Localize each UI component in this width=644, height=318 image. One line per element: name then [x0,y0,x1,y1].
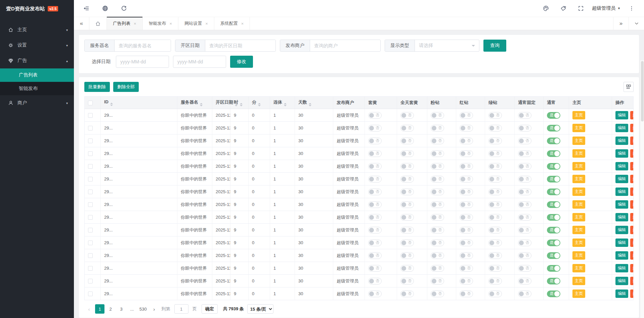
row-checkbox[interactable] [88,190,93,194]
taohuang-toggle[interactable]: 否 [368,189,382,195]
homepage-button[interactable]: 主页 [572,124,585,132]
tab[interactable]: 系统配置 × [214,17,250,30]
tabs-scroll-left-button[interactable]: « [74,17,89,30]
sidebar-item-home[interactable]: 主页 ▾ [0,22,74,38]
sidebar-item-merchant[interactable]: 商户 ▾ [0,95,74,111]
edit-button[interactable]: 编辑 [615,277,628,285]
hongzuan-toggle[interactable]: 否 [460,189,473,195]
column-settings-button[interactable] [624,82,634,92]
fenzuan-toggle[interactable]: 否 [431,252,444,259]
date-end-input[interactable] [173,56,226,68]
delete-button[interactable]: 删除 [630,277,634,285]
page-number[interactable]: 1 [95,304,104,314]
globe-icon[interactable] [99,2,112,15]
column-header[interactable]: 套黄 [365,97,397,109]
fullscreen-icon[interactable] [574,2,587,15]
vertical-scrollbar[interactable] [640,60,644,318]
batch-delete-button[interactable]: 批量删除 [84,82,110,92]
tab[interactable]: 广告列表 × [107,17,143,30]
sidebar-item-smart-publish[interactable]: 智能发布 [0,82,74,95]
delete-button[interactable]: 删除 [630,111,634,119]
tongxiao-guding-toggle[interactable]: 否 [518,240,531,246]
tabs-scroll-right-button[interactable]: » [613,17,629,30]
tongxiao-guding-toggle[interactable]: 否 [518,125,531,131]
row-checkbox[interactable] [88,253,93,258]
lvzuan-toggle[interactable]: 否 [488,138,502,144]
goto-confirm-button[interactable]: 确定 [202,304,218,314]
lvzuan-toggle[interactable]: 否 [488,240,502,246]
quantian-taohuang-toggle[interactable]: 否 [400,240,414,246]
row-checkbox[interactable] [88,292,93,296]
hongzuan-toggle[interactable]: 否 [460,252,473,259]
column-header[interactable]: 开区日期 [212,97,230,109]
row-checkbox[interactable] [88,113,93,118]
delete-button[interactable]: 删除 [630,289,634,298]
row-checkbox[interactable] [88,139,93,143]
homepage-button[interactable]: 主页 [572,175,585,183]
edit-button[interactable]: 编辑 [615,124,628,132]
row-checkbox[interactable] [88,164,93,169]
column-header[interactable]: 操作 [612,97,634,109]
homepage-button[interactable]: 主页 [572,137,585,145]
taohuang-toggle[interactable]: 否 [368,138,382,144]
tab[interactable]: 智能发布 × [143,17,179,30]
column-header[interactable]: 服务器名 [177,97,212,109]
taohuang-toggle[interactable]: 否 [368,176,382,182]
row-checkbox[interactable] [88,126,93,130]
tabs-menu-button[interactable] [629,17,644,30]
select-all-checkbox[interactable] [88,101,93,105]
row-checkbox[interactable] [88,266,93,271]
column-header[interactable]: 主页 [569,97,612,109]
hongzuan-toggle[interactable]: 否 [460,201,473,208]
column-header[interactable]: 通宵 [544,97,569,109]
delete-button[interactable]: 删除 [630,213,634,221]
edit-button[interactable]: 编辑 [615,188,628,196]
fenzuan-toggle[interactable]: 否 [431,290,444,297]
hongzuan-toggle[interactable]: 否 [460,163,473,170]
delete-button[interactable]: 删除 [630,175,634,183]
hongzuan-toggle[interactable]: 否 [460,214,473,221]
sidebar-item-settings[interactable]: 设置 ▾ [0,38,74,53]
delete-button[interactable]: 删除 [630,162,634,170]
hongzuan-toggle[interactable]: 否 [460,150,473,157]
taohuang-toggle[interactable]: 否 [368,290,382,297]
sort-icon[interactable] [240,103,243,106]
date-start-input[interactable] [116,56,169,68]
fenzuan-toggle[interactable]: 否 [431,240,444,246]
quantian-taohuang-toggle[interactable]: 否 [400,227,414,233]
edit-button[interactable]: 编辑 [615,289,628,298]
quantian-taohuang-toggle[interactable]: 否 [400,163,414,170]
lvzuan-toggle[interactable]: 否 [488,252,502,259]
edit-button[interactable]: 编辑 [615,213,628,221]
edit-button[interactable]: 编辑 [615,251,628,260]
column-header[interactable]: 分 [249,97,270,109]
tab-close-icon[interactable]: × [241,21,244,26]
taohuang-toggle[interactable]: 否 [368,227,382,233]
fenzuan-toggle[interactable]: 否 [431,125,444,131]
fenzuan-toggle[interactable]: 否 [431,278,444,284]
quantian-taohuang-toggle[interactable]: 否 [400,138,414,144]
delete-button[interactable]: 删除 [630,251,634,260]
tongxiao-toggle[interactable]: 是 [547,278,560,284]
lvzuan-toggle[interactable]: 否 [488,290,502,297]
edit-button[interactable]: 编辑 [615,200,628,209]
merchant-input[interactable] [310,40,380,51]
taohuang-toggle[interactable]: 否 [368,252,382,259]
tongxiao-toggle[interactable]: 是 [547,163,560,170]
modify-button[interactable]: 修改 [230,56,253,68]
quantian-taohuang-toggle[interactable]: 否 [400,265,414,272]
hongzuan-toggle[interactable]: 否 [460,240,473,246]
sidebar-item-ads-list[interactable]: 广告列表 [0,68,74,82]
tongxiao-guding-toggle[interactable]: 否 [518,112,531,119]
row-checkbox[interactable] [88,241,93,245]
tongxiao-toggle[interactable]: 是 [547,252,560,259]
tongxiao-toggle[interactable]: 是 [547,150,560,157]
homepage-button[interactable]: 主页 [572,213,585,221]
lvzuan-toggle[interactable]: 否 [488,278,502,284]
lvzuan-toggle[interactable]: 否 [488,163,502,170]
edit-button[interactable]: 编辑 [615,111,628,119]
tab-home-button[interactable] [89,17,107,30]
sort-icon[interactable] [309,103,311,106]
open-date-input[interactable] [205,40,275,51]
delete-button[interactable]: 删除 [630,200,634,209]
